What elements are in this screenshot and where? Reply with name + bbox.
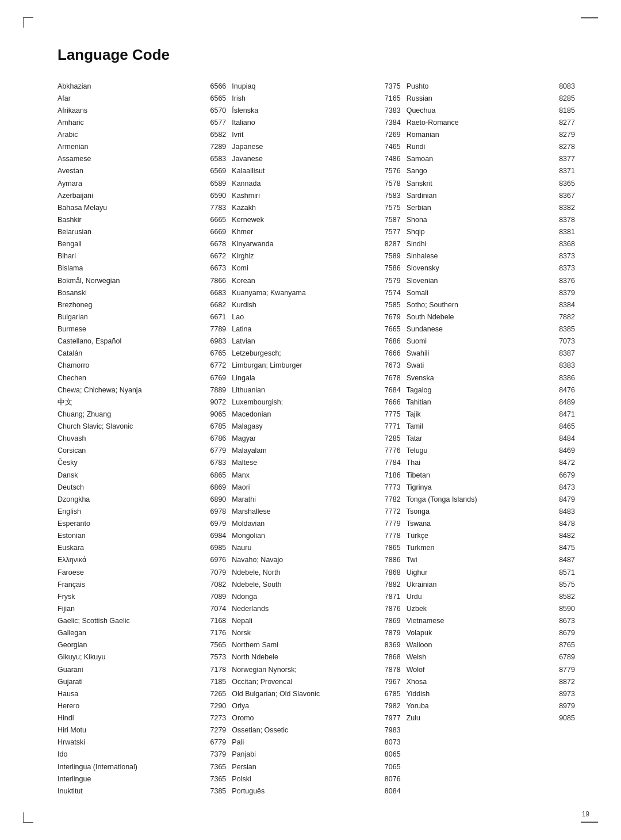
language-name: Armenian bbox=[57, 142, 210, 152]
list-item: Volapuk8679 bbox=[407, 627, 575, 639]
language-name: Castellano, Español bbox=[57, 336, 210, 346]
list-item: Gallegan7176 bbox=[57, 627, 226, 639]
language-name: Arabic bbox=[57, 129, 210, 140]
list-item: 中文9072 bbox=[57, 396, 226, 408]
language-code: 7878 bbox=[385, 665, 401, 675]
list-item: Sango8371 bbox=[407, 165, 575, 177]
language-name: Norsk bbox=[232, 628, 385, 638]
language-code: 6865 bbox=[210, 470, 227, 480]
language-code: 8483 bbox=[559, 506, 575, 517]
language-code: 7576 bbox=[385, 166, 401, 176]
list-item: Samoan8377 bbox=[407, 153, 575, 165]
list-item: Bashkir6665 bbox=[57, 213, 226, 226]
language-name: Burmese bbox=[57, 324, 210, 334]
list-item: Chuvash6786 bbox=[57, 433, 226, 445]
language-name: Ido bbox=[57, 749, 210, 759]
list-item: Walloon8765 bbox=[407, 639, 575, 651]
list-item: Malayalam7776 bbox=[232, 445, 400, 457]
language-name: Volapuk bbox=[407, 628, 559, 638]
language-name: Chewa; Chichewa; Nyanja bbox=[57, 385, 210, 395]
language-name: Tonga (Tonga Islands) bbox=[407, 494, 559, 505]
list-item: South Ndebele7882 bbox=[407, 311, 575, 323]
language-code: 7779 bbox=[385, 518, 401, 529]
language-code: 7784 bbox=[385, 457, 401, 468]
language-name: Português bbox=[232, 786, 385, 796]
list-item: Khmer7577 bbox=[232, 226, 400, 238]
language-name: Lithuanian bbox=[232, 385, 385, 395]
language-code: 6783 bbox=[210, 457, 227, 468]
list-item: Avestan6569 bbox=[57, 165, 226, 177]
language-code: 8367 bbox=[559, 190, 575, 201]
language-name: Kernewek bbox=[232, 215, 385, 225]
column-1: Abkhazian6566Afar6565Afrikaans6570Amhari… bbox=[57, 80, 232, 797]
language-name: Sango bbox=[407, 166, 559, 176]
language-name: Serbian bbox=[407, 203, 559, 213]
list-item: Brezhoneg6682 bbox=[57, 299, 226, 311]
list-item: Swati8383 bbox=[407, 360, 575, 372]
list-item: Romanian8279 bbox=[407, 129, 575, 141]
language-name: Gallegan bbox=[57, 628, 210, 638]
language-code: 7575 bbox=[385, 203, 401, 213]
list-item: Afrikaans6570 bbox=[57, 104, 226, 116]
language-name: Estonian bbox=[57, 530, 210, 541]
language-code: 8373 bbox=[559, 263, 575, 273]
language-code: 7379 bbox=[210, 749, 227, 759]
list-item: Ελληνικά6976 bbox=[57, 554, 226, 566]
language-name: Thai bbox=[407, 457, 559, 468]
language-code: 8478 bbox=[559, 518, 575, 529]
language-code: 7290 bbox=[210, 701, 227, 711]
language-code: 8368 bbox=[559, 239, 575, 249]
list-item: Thai8472 bbox=[407, 457, 575, 469]
language-code: 6985 bbox=[210, 543, 227, 553]
list-item: Bokmål, Norwegian7866 bbox=[57, 274, 226, 287]
list-item: Northern Sami8369 bbox=[232, 639, 400, 651]
language-name: Tatar bbox=[407, 433, 559, 444]
language-name: Gujarati bbox=[57, 677, 210, 687]
language-name: Northern Sami bbox=[232, 640, 385, 650]
language-name: Faroese bbox=[57, 567, 210, 578]
list-item: Urdu8582 bbox=[407, 590, 575, 602]
list-item: Svenska8386 bbox=[407, 372, 575, 384]
list-item: Tamil8465 bbox=[407, 421, 575, 433]
list-item: Irish7165 bbox=[232, 92, 400, 104]
language-name: Interlingua (International) bbox=[57, 762, 210, 772]
page-number: 19 bbox=[582, 810, 589, 818]
language-name: Bokmål, Norwegian bbox=[57, 276, 210, 286]
language-name: Azerbaijani bbox=[57, 190, 210, 201]
language-code: 8679 bbox=[559, 628, 575, 638]
list-item: Türkçe8482 bbox=[407, 530, 575, 542]
language-code: 8973 bbox=[559, 689, 575, 699]
language-code: 7869 bbox=[385, 616, 401, 626]
list-item: Tigrinya8473 bbox=[407, 481, 575, 493]
list-item: Telugu8469 bbox=[407, 445, 575, 457]
language-name: 中文 bbox=[57, 397, 210, 407]
list-item: Tonga (Tonga Islands)8479 bbox=[407, 493, 575, 505]
language-code: 8377 bbox=[559, 154, 575, 164]
list-item: Interlingue7365 bbox=[57, 773, 226, 785]
language-code: 8378 bbox=[559, 215, 575, 225]
language-code: 7165 bbox=[385, 93, 401, 104]
language-name: Bihari bbox=[57, 251, 210, 261]
list-item: Tahitian8489 bbox=[407, 396, 575, 408]
language-code: 7074 bbox=[210, 604, 227, 614]
language-code: 7079 bbox=[210, 567, 227, 578]
list-item: Serbian8382 bbox=[407, 201, 575, 213]
language-code: 8475 bbox=[559, 543, 575, 553]
list-item: Burmese7789 bbox=[57, 323, 226, 335]
list-item: Tibetan6679 bbox=[407, 469, 575, 481]
language-code: 6979 bbox=[210, 518, 227, 529]
language-code: 6683 bbox=[210, 288, 227, 298]
language-name: Somali bbox=[407, 288, 559, 298]
language-name: Íslenska bbox=[232, 105, 385, 116]
language-name: Japanese bbox=[232, 142, 385, 152]
list-item: Lithuanian7684 bbox=[232, 384, 400, 396]
language-name: South Ndebele bbox=[407, 312, 559, 322]
language-code: 7585 bbox=[385, 300, 401, 310]
list-item: Nepali7869 bbox=[232, 615, 400, 627]
list-item: Italiano7384 bbox=[232, 116, 400, 128]
language-code: 6669 bbox=[210, 227, 227, 237]
list-item: Rundi8278 bbox=[407, 141, 575, 153]
list-item: Persian7065 bbox=[232, 761, 400, 773]
language-code: 7868 bbox=[385, 567, 401, 578]
language-name: Ndebele, South bbox=[232, 579, 385, 590]
